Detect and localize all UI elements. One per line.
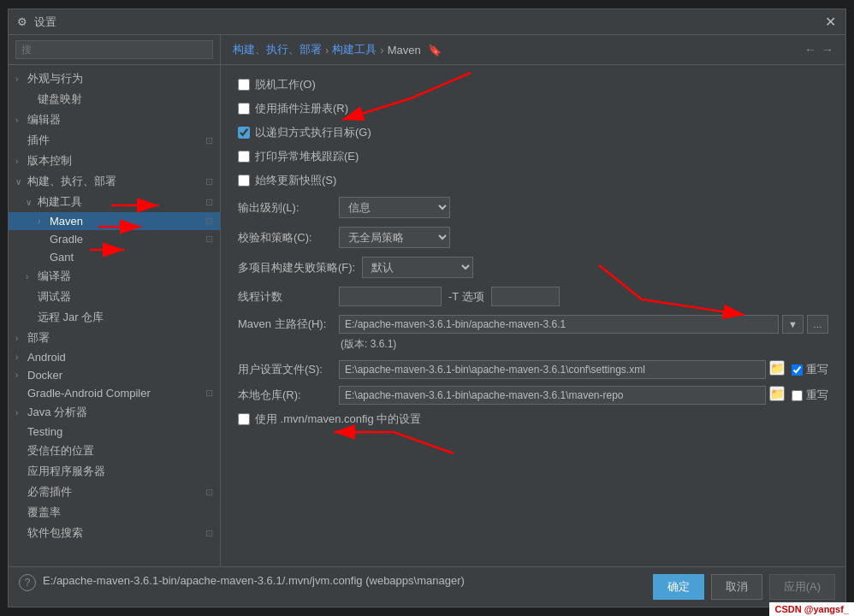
- t-options-input[interactable]: [491, 287, 560, 306]
- arrow-icon: ›: [15, 157, 27, 166]
- ok-button[interactable]: 确定: [653, 574, 704, 600]
- sidebar-item-gradle-android[interactable]: Gradle-Android Compiler ⊡: [9, 384, 220, 402]
- maven-home-input-container: ▼ …: [339, 315, 828, 334]
- mvn-config-checkbox[interactable]: [238, 413, 250, 425]
- sidebar-item-plugins[interactable]: 插件 ⊡: [9, 130, 220, 151]
- apply-button[interactable]: 应用(A): [769, 574, 835, 600]
- sidebar-item-label: 外观与行为: [27, 71, 213, 86]
- sidebar-item-remote-jar[interactable]: 远程 Jar 仓库: [9, 307, 220, 328]
- local-repo-override-text: 重写: [806, 388, 828, 403]
- t-options-label: -T 选项: [448, 289, 484, 305]
- nav-forward[interactable]: →: [821, 43, 833, 56]
- plugin-registry-row: 使用插件注册表(R): [238, 101, 828, 116]
- sidebar-item-build[interactable]: ∨ 构建、执行、部署 ⊡: [9, 171, 220, 192]
- sidebar-item-vcs[interactable]: › 版本控制: [9, 151, 220, 171]
- sidebar-item-label: Java 分析器: [27, 405, 213, 420]
- maven-home-label: Maven 主路径(H):: [238, 317, 332, 332]
- gradle-android-icon: ⊡: [205, 388, 213, 399]
- sidebar-item-gant[interactable]: Gant: [9, 248, 220, 266]
- nav-arrows: ← →: [804, 43, 833, 56]
- breadcrumb-build[interactable]: 构建、执行、部署: [233, 42, 322, 57]
- arrow-icon: ›: [15, 334, 27, 343]
- breadcrumb-sep-1: ›: [325, 44, 329, 56]
- local-repo-override-label[interactable]: 重写: [792, 388, 828, 403]
- breadcrumb-sep-2: ›: [380, 44, 383, 56]
- sidebar-item-keymap[interactable]: 键盘映射: [9, 89, 220, 110]
- bookmark-icon[interactable]: 🔖: [428, 43, 442, 56]
- user-settings-override-checkbox[interactable]: [792, 364, 803, 376]
- dialog-footer: ? E:/apache-maven-3.6.1-bin/apache-maven…: [9, 566, 845, 607]
- sidebar-item-editor[interactable]: › 编辑器: [9, 110, 220, 130]
- sidebar-item-java-analyzer[interactable]: › Java 分析器: [9, 402, 220, 423]
- stack-trace-row: 打印异常堆栈跟踪(E): [238, 149, 828, 164]
- maven-home-row: Maven 主路径(H): ▼ …: [238, 315, 828, 334]
- arrow-icon: ›: [15, 74, 27, 84]
- sidebar-item-android[interactable]: › Android: [9, 348, 220, 366]
- sidebar-item-gradle[interactable]: Gradle ⊡: [9, 230, 220, 248]
- maven-home-dropdown[interactable]: ▼: [782, 315, 804, 334]
- sidebar-item-debugger[interactable]: 调试器: [9, 287, 220, 307]
- local-repo-browse[interactable]: 📁: [769, 386, 785, 401]
- help-button[interactable]: ?: [19, 574, 36, 591]
- always-update-checkbox-label[interactable]: 始终更新快照(S): [238, 173, 336, 188]
- sidebar-item-testing[interactable]: Testing: [9, 423, 220, 441]
- always-update-checkbox[interactable]: [238, 175, 250, 187]
- user-settings-override-text: 重写: [806, 362, 828, 377]
- settings-icon: ⚙: [15, 15, 29, 29]
- offline-row: 脱机工作(O): [238, 77, 828, 92]
- breadcrumb-tools[interactable]: 构建工具: [332, 42, 377, 57]
- sidebar-item-maven[interactable]: › Maven ⊡: [9, 212, 220, 230]
- sidebar-item-label: 插件: [27, 133, 202, 148]
- sidebar-item-trusted[interactable]: 受信任的位置: [9, 441, 220, 461]
- sidebar-item-coverage[interactable]: 覆盖率: [9, 502, 220, 523]
- check-strategy-label: 校验和策略(C):: [238, 230, 332, 246]
- sidebar-item-docker[interactable]: › Docker: [9, 366, 220, 384]
- local-repo-input[interactable]: [339, 386, 766, 405]
- cancel-button[interactable]: 取消: [711, 574, 762, 600]
- maven-home-browse[interactable]: …: [807, 315, 828, 334]
- user-settings-input-container: 📁: [339, 360, 785, 379]
- sidebar-item-app-servers[interactable]: 应用程序服务器: [9, 461, 220, 482]
- plugin-registry-checkbox-label[interactable]: 使用插件注册表(R): [238, 101, 348, 116]
- local-repo-input-container: 📁: [339, 386, 785, 405]
- software-search-icon: ⊡: [205, 528, 213, 539]
- sidebar-item-label: 必需插件: [27, 484, 202, 500]
- sidebar-item-label: 调试器: [38, 289, 213, 305]
- maven-home-input[interactable]: [339, 315, 779, 334]
- mvn-config-checkbox-label[interactable]: 使用 .mvn/maven.config 中的设置: [238, 412, 421, 427]
- settings-content: 脱机工作(O) 使用插件注册表(R) 以递归方式执行目标(G): [221, 65, 845, 566]
- sidebar-item-compiler[interactable]: › 编译器: [9, 266, 220, 287]
- user-settings-override-label[interactable]: 重写: [792, 362, 828, 377]
- offline-checkbox[interactable]: [238, 79, 250, 91]
- arrow-icon: ›: [26, 272, 38, 281]
- sidebar-item-label: 编译器: [38, 269, 213, 284]
- recursive-checkbox-label[interactable]: 以递归方式执行目标(G): [238, 125, 371, 140]
- sidebar-item-label: Maven: [50, 215, 202, 228]
- plugin-registry-checkbox[interactable]: [238, 103, 250, 115]
- user-settings-input[interactable]: [339, 360, 766, 379]
- user-settings-browse[interactable]: 📁: [769, 360, 785, 376]
- bottom-path-info: E:/apache-maven-3.6.1-bin/apache-maven-3…: [43, 574, 646, 600]
- user-settings-label: 用户设置文件(S):: [238, 362, 332, 377]
- local-repo-override-checkbox[interactable]: [792, 390, 803, 401]
- output-level-label: 输出级别(L):: [238, 200, 332, 216]
- offline-checkbox-label[interactable]: 脱机工作(O): [238, 77, 316, 92]
- thread-count-input[interactable]: [339, 287, 442, 306]
- check-strategy-select[interactable]: 无全局策略 宽松 严格: [339, 227, 450, 248]
- sidebar-item-software-search[interactable]: 软件包搜索 ⊡: [9, 523, 220, 543]
- stack-trace-checkbox[interactable]: [238, 151, 250, 163]
- always-update-label: 始终更新快照(S): [255, 173, 336, 188]
- search-input[interactable]: [15, 40, 213, 59]
- close-button[interactable]: ✕: [821, 14, 839, 31]
- sidebar-item-appearance[interactable]: › 外观与行为: [9, 68, 220, 89]
- stack-trace-checkbox-label[interactable]: 打印异常堆栈跟踪(E): [238, 149, 359, 164]
- sidebar-item-build-tools[interactable]: ∨ 构建工具 ⊡: [9, 192, 220, 212]
- multi-fail-select[interactable]: 默认 失败最快 最终失败 从不失败: [362, 257, 473, 278]
- nav-back[interactable]: ←: [804, 43, 816, 56]
- sidebar-item-deploy[interactable]: › 部署: [9, 328, 220, 348]
- output-level-select[interactable]: 信息 调试 错误 警告: [339, 197, 450, 218]
- local-repo-row: 本地仓库(R): 📁 重写: [238, 386, 828, 405]
- recursive-checkbox[interactable]: [238, 127, 250, 139]
- sidebar-item-label: Android: [27, 351, 213, 364]
- sidebar-item-required-plugins[interactable]: 必需插件 ⊡: [9, 482, 220, 502]
